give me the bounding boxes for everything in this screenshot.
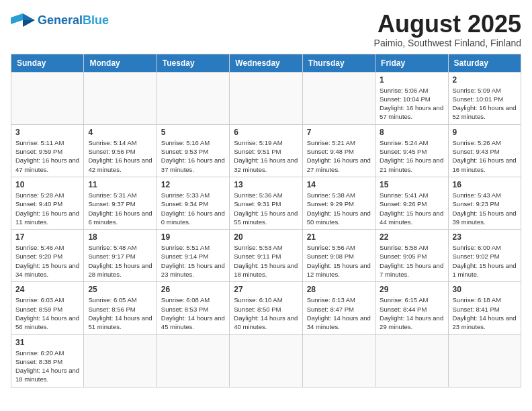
calendar-cell: 7Sunrise: 5:21 AM Sunset: 9:48 PM Daylig… bbox=[302, 124, 375, 177]
calendar-cell: 4Sunrise: 5:14 AM Sunset: 9:56 PM Daylig… bbox=[84, 124, 157, 177]
day-info: Sunrise: 5:33 AM Sunset: 9:34 PM Dayligh… bbox=[161, 191, 225, 226]
day-number: 31 bbox=[15, 338, 79, 347]
day-number: 24 bbox=[15, 285, 79, 294]
day-info: Sunrise: 6:15 AM Sunset: 8:44 PM Dayligh… bbox=[380, 295, 443, 331]
week-row-4: 17Sunrise: 5:46 AM Sunset: 9:20 PM Dayli… bbox=[11, 230, 521, 282]
weekday-header-monday: Monday bbox=[84, 54, 157, 72]
day-info: Sunrise: 5:43 AM Sunset: 9:23 PM Dayligh… bbox=[453, 191, 517, 226]
day-number: 12 bbox=[161, 180, 225, 189]
week-row-3: 10Sunrise: 5:28 AM Sunset: 9:40 PM Dayli… bbox=[11, 177, 521, 229]
calendar-cell: 24Sunrise: 6:03 AM Sunset: 8:59 PM Dayli… bbox=[11, 282, 84, 334]
day-info: Sunrise: 5:56 AM Sunset: 9:08 PM Dayligh… bbox=[307, 243, 371, 279]
calendar-cell: 1Sunrise: 5:06 AM Sunset: 10:04 PM Dayli… bbox=[375, 72, 448, 124]
weekday-header-friday: Friday bbox=[375, 54, 448, 72]
calendar-cell: 31Sunrise: 6:20 AM Sunset: 8:38 PM Dayli… bbox=[11, 334, 84, 387]
day-number: 21 bbox=[307, 232, 371, 242]
day-info: Sunrise: 6:20 AM Sunset: 8:38 PM Dayligh… bbox=[15, 349, 79, 384]
weekday-header-sunday: Sunday bbox=[11, 54, 84, 72]
calendar-cell: 8Sunrise: 5:24 AM Sunset: 9:45 PM Daylig… bbox=[375, 124, 448, 177]
calendar-cell: 10Sunrise: 5:28 AM Sunset: 9:40 PM Dayli… bbox=[11, 177, 84, 229]
calendar-cell: 21Sunrise: 5:56 AM Sunset: 9:08 PM Dayli… bbox=[302, 230, 375, 282]
day-number: 18 bbox=[88, 232, 152, 242]
calendar-table: SundayMondayTuesdayWednesdayThursdayFrid… bbox=[11, 54, 521, 387]
day-number: 27 bbox=[234, 285, 298, 294]
day-number: 20 bbox=[234, 232, 298, 242]
day-number: 8 bbox=[380, 128, 443, 137]
day-info: Sunrise: 6:00 AM Sunset: 9:02 PM Dayligh… bbox=[453, 243, 517, 279]
calendar-cell: 12Sunrise: 5:33 AM Sunset: 9:34 PM Dayli… bbox=[157, 177, 229, 229]
calendar-cell: 19Sunrise: 5:51 AM Sunset: 9:14 PM Dayli… bbox=[157, 230, 229, 282]
page-header: GeneralBlue August 2025 Paimio, Southwes… bbox=[11, 11, 521, 48]
calendar-cell bbox=[230, 334, 302, 387]
day-info: Sunrise: 6:05 AM Sunset: 8:56 PM Dayligh… bbox=[88, 295, 152, 331]
day-number: 9 bbox=[453, 128, 517, 137]
day-number: 19 bbox=[161, 232, 225, 242]
weekday-header-wednesday: Wednesday bbox=[230, 54, 302, 72]
calendar-cell bbox=[448, 334, 521, 387]
day-number: 14 bbox=[307, 180, 371, 189]
day-info: Sunrise: 5:09 AM Sunset: 10:01 PM Daylig… bbox=[453, 86, 517, 122]
calendar-cell: 25Sunrise: 6:05 AM Sunset: 8:56 PM Dayli… bbox=[84, 282, 157, 334]
calendar-cell: 13Sunrise: 5:36 AM Sunset: 9:31 PM Dayli… bbox=[230, 177, 302, 229]
svg-marker-1 bbox=[11, 13, 23, 24]
week-row-5: 24Sunrise: 6:03 AM Sunset: 8:59 PM Dayli… bbox=[11, 282, 521, 334]
logo-icon bbox=[11, 11, 35, 30]
day-info: Sunrise: 6:03 AM Sunset: 8:59 PM Dayligh… bbox=[15, 295, 79, 331]
day-number: 25 bbox=[88, 285, 152, 294]
day-info: Sunrise: 5:46 AM Sunset: 9:20 PM Dayligh… bbox=[15, 243, 79, 279]
calendar-cell bbox=[302, 334, 375, 387]
day-info: Sunrise: 5:31 AM Sunset: 9:37 PM Dayligh… bbox=[88, 191, 152, 226]
calendar-cell bbox=[157, 72, 229, 124]
day-info: Sunrise: 5:24 AM Sunset: 9:45 PM Dayligh… bbox=[380, 138, 443, 174]
svg-marker-2 bbox=[23, 20, 35, 27]
weekday-header-saturday: Saturday bbox=[448, 54, 521, 72]
day-number: 16 bbox=[453, 180, 517, 189]
calendar-cell: 11Sunrise: 5:31 AM Sunset: 9:37 PM Dayli… bbox=[84, 177, 157, 229]
calendar-cell: 6Sunrise: 5:19 AM Sunset: 9:51 PM Daylig… bbox=[230, 124, 302, 177]
day-number: 26 bbox=[161, 285, 225, 294]
weekday-header-tuesday: Tuesday bbox=[157, 54, 229, 72]
calendar-cell: 3Sunrise: 5:11 AM Sunset: 9:59 PM Daylig… bbox=[11, 124, 84, 177]
calendar-cell bbox=[84, 334, 157, 387]
calendar-cell: 5Sunrise: 5:16 AM Sunset: 9:53 PM Daylig… bbox=[157, 124, 229, 177]
weekday-header-thursday: Thursday bbox=[302, 54, 375, 72]
day-info: Sunrise: 5:48 AM Sunset: 9:17 PM Dayligh… bbox=[88, 243, 152, 279]
calendar-cell bbox=[157, 334, 229, 387]
title-block: August 2025 Paimio, Southwest Finland, F… bbox=[374, 11, 521, 48]
calendar-cell bbox=[375, 334, 448, 387]
calendar-subtitle: Paimio, Southwest Finland, Finland bbox=[374, 38, 521, 48]
calendar-cell: 18Sunrise: 5:48 AM Sunset: 9:17 PM Dayli… bbox=[84, 230, 157, 282]
calendar-cell: 16Sunrise: 5:43 AM Sunset: 9:23 PM Dayli… bbox=[448, 177, 521, 229]
day-info: Sunrise: 5:28 AM Sunset: 9:40 PM Dayligh… bbox=[15, 191, 79, 226]
day-number: 7 bbox=[307, 128, 371, 137]
day-info: Sunrise: 6:13 AM Sunset: 8:47 PM Dayligh… bbox=[307, 295, 371, 331]
calendar-cell: 28Sunrise: 6:13 AM Sunset: 8:47 PM Dayli… bbox=[302, 282, 375, 334]
calendar-cell: 20Sunrise: 5:53 AM Sunset: 9:11 PM Dayli… bbox=[230, 230, 302, 282]
day-info: Sunrise: 5:21 AM Sunset: 9:48 PM Dayligh… bbox=[307, 138, 371, 174]
day-info: Sunrise: 5:41 AM Sunset: 9:26 PM Dayligh… bbox=[380, 191, 443, 226]
day-info: Sunrise: 6:18 AM Sunset: 8:41 PM Dayligh… bbox=[453, 295, 517, 331]
calendar-title: August 2025 bbox=[374, 11, 521, 38]
calendar-cell: 27Sunrise: 6:10 AM Sunset: 8:50 PM Dayli… bbox=[230, 282, 302, 334]
day-number: 29 bbox=[380, 285, 443, 294]
weekday-header-row: SundayMondayTuesdayWednesdayThursdayFrid… bbox=[11, 54, 521, 72]
calendar-cell: 29Sunrise: 6:15 AM Sunset: 8:44 PM Dayli… bbox=[375, 282, 448, 334]
day-info: Sunrise: 5:19 AM Sunset: 9:51 PM Dayligh… bbox=[234, 138, 298, 174]
calendar-cell: 26Sunrise: 6:08 AM Sunset: 8:53 PM Dayli… bbox=[157, 282, 229, 334]
day-number: 13 bbox=[234, 180, 298, 189]
day-number: 4 bbox=[88, 128, 152, 137]
calendar-cell: 2Sunrise: 5:09 AM Sunset: 10:01 PM Dayli… bbox=[448, 72, 521, 124]
day-number: 30 bbox=[453, 285, 517, 294]
day-info: Sunrise: 5:53 AM Sunset: 9:11 PM Dayligh… bbox=[234, 243, 298, 279]
calendar-cell bbox=[84, 72, 157, 124]
day-number: 2 bbox=[453, 75, 517, 85]
day-number: 17 bbox=[15, 232, 79, 242]
day-info: Sunrise: 5:38 AM Sunset: 9:29 PM Dayligh… bbox=[307, 191, 371, 226]
logo: GeneralBlue bbox=[11, 11, 109, 30]
calendar-cell: 17Sunrise: 5:46 AM Sunset: 9:20 PM Dayli… bbox=[11, 230, 84, 282]
calendar-cell: 23Sunrise: 6:00 AM Sunset: 9:02 PM Dayli… bbox=[448, 230, 521, 282]
calendar-cell: 9Sunrise: 5:26 AM Sunset: 9:43 PM Daylig… bbox=[448, 124, 521, 177]
day-info: Sunrise: 6:10 AM Sunset: 8:50 PM Dayligh… bbox=[234, 295, 298, 331]
calendar-cell: 14Sunrise: 5:38 AM Sunset: 9:29 PM Dayli… bbox=[302, 177, 375, 229]
logo-text: GeneralBlue bbox=[38, 13, 109, 28]
